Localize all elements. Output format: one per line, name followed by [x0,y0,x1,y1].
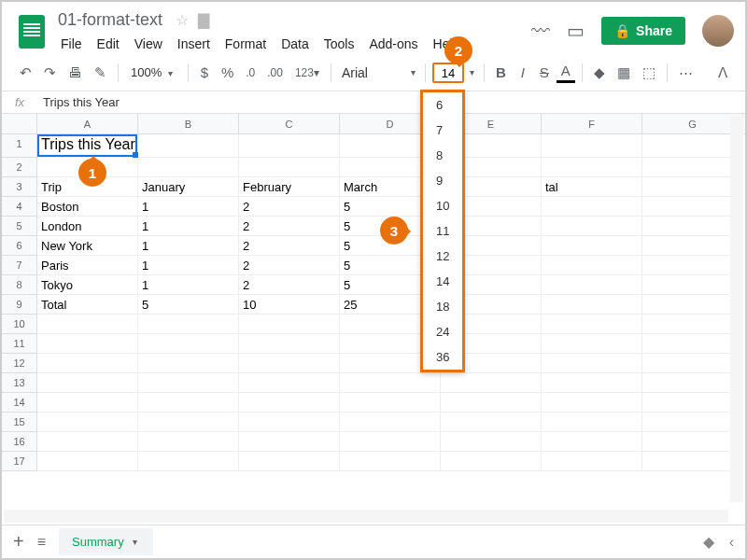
cell[interactable] [642,373,743,393]
italic-button[interactable]: I [514,61,532,84]
cell[interactable] [542,452,642,471]
cell[interactable] [642,197,743,217]
format-currency-button[interactable]: $ [195,61,214,84]
sheet-tab-summary[interactable]: Summary▾ [59,528,153,555]
cell[interactable] [138,393,239,413]
move-folder-icon[interactable]: ▇ [198,11,209,29]
cell[interactable] [239,134,340,158]
column-header[interactable]: F [542,114,642,133]
row-header[interactable]: 11 [2,334,37,354]
cell[interactable] [340,452,441,471]
menu-addons[interactable]: Add-ons [362,34,424,54]
cell[interactable] [542,373,642,393]
cell[interactable] [138,134,239,158]
cell[interactable]: Boston [37,197,138,217]
cell[interactable] [642,217,743,236]
cell[interactable] [542,315,642,334]
cell[interactable]: 1 [138,197,239,217]
cell[interactable]: Paris [37,256,138,275]
cell[interactable] [542,236,642,256]
row-header[interactable]: 17 [2,452,37,471]
cell[interactable] [239,432,340,452]
row-header[interactable]: 16 [2,432,37,452]
cell[interactable] [642,236,743,256]
cell[interactable] [37,432,138,452]
font-size-option[interactable]: 14 [423,269,462,294]
increase-decimal-button[interactable]: .00 [262,63,288,83]
add-sheet-button[interactable]: + [13,531,24,553]
bold-button[interactable]: B [491,61,511,84]
cell[interactable] [239,315,340,334]
cell[interactable] [542,275,642,295]
menu-data[interactable]: Data [275,34,316,54]
font-size-option[interactable]: 36 [423,344,462,370]
cell[interactable] [239,334,340,354]
horizontal-scrollbar[interactable] [4,510,728,523]
account-avatar[interactable] [702,15,734,47]
cell[interactable] [542,134,642,158]
cell[interactable] [340,413,441,432]
cell[interactable]: 2 [239,275,340,295]
cell[interactable] [138,432,239,452]
row-header[interactable]: 4 [2,197,37,217]
cell[interactable] [542,217,642,236]
spreadsheet-grid[interactable]: ABCDEFG 1Trips this Year23TripJanuaryFeb… [2,114,745,523]
cell[interactable]: 1 [138,275,239,295]
cell[interactable] [642,432,743,452]
all-sheets-button[interactable]: ≡ [37,534,46,551]
cell[interactable] [138,315,239,334]
sheets-logo-icon[interactable] [19,15,45,49]
cell[interactable] [37,452,138,471]
cell[interactable] [642,354,743,373]
cell[interactable] [138,334,239,354]
activity-icon[interactable]: 〰 [531,21,550,42]
row-header[interactable]: 3 [2,177,37,197]
menu-edit[interactable]: Edit [91,34,126,54]
cell[interactable] [542,413,642,432]
decrease-decimal-button[interactable]: .0 [241,63,260,83]
collapse-toolbar-icon[interactable]: ᐱ [713,61,732,85]
row-header[interactable]: 5 [2,217,37,236]
cell[interactable] [441,432,542,452]
row-header[interactable]: 6 [2,236,37,256]
cell[interactable]: 2 [239,256,340,275]
cell[interactable] [642,393,743,413]
row-header[interactable]: 10 [2,315,37,334]
font-size-option[interactable]: 9 [423,168,462,193]
font-size-option[interactable]: 8 [423,143,462,168]
cell[interactable]: 2 [239,236,340,256]
cell[interactable]: February [239,177,340,197]
document-title[interactable]: 01-format-text [54,8,166,32]
cell[interactable] [542,432,642,452]
paint-format-button[interactable]: ✎ [90,61,111,85]
cell[interactable] [37,393,138,413]
row-header[interactable]: 12 [2,354,37,373]
cell[interactable] [239,452,340,471]
menu-format[interactable]: Format [218,34,273,54]
row-header[interactable]: 14 [2,393,37,413]
font-size-option[interactable]: 11 [423,218,462,244]
cell[interactable] [441,413,542,432]
cell[interactable] [642,295,743,315]
cell[interactable] [642,452,743,471]
font-size-option[interactable]: 18 [423,294,462,319]
more-formats-button[interactable]: 123▾ [290,63,324,83]
cell[interactable] [138,452,239,471]
font-size-option[interactable]: 12 [423,244,462,269]
zoom-select[interactable]: 100% ▾ [125,65,181,79]
cell[interactable] [138,413,239,432]
cell[interactable]: 2 [239,197,340,217]
cell[interactable] [239,373,340,393]
cell[interactable] [37,354,138,373]
column-header[interactable]: C [239,114,340,133]
undo-button[interactable]: ↶ [15,61,36,85]
cell[interactable]: Total [37,295,138,315]
cell[interactable]: 1 [138,236,239,256]
cell[interactable] [239,158,340,177]
vertical-scrollbar[interactable] [730,116,743,502]
comments-icon[interactable]: ▭ [567,20,585,42]
cell[interactable] [138,158,239,177]
cell[interactable] [542,354,642,373]
cell[interactable] [542,393,642,413]
row-header[interactable]: 2 [2,158,37,177]
